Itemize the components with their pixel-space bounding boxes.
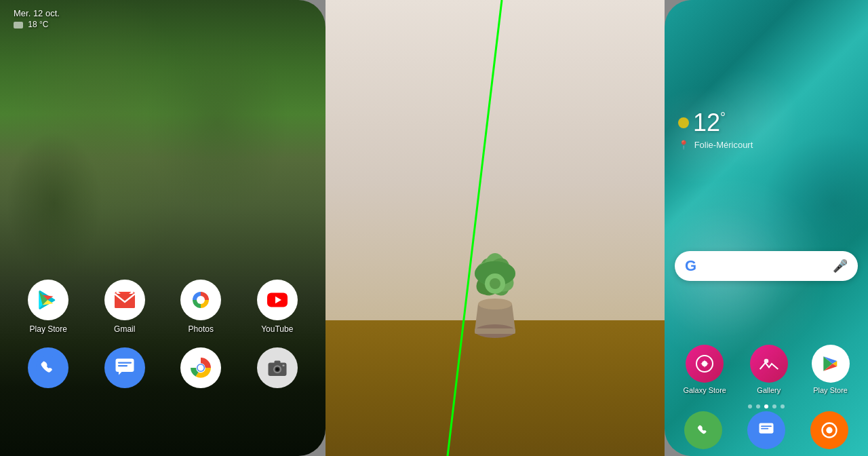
svg-point-30: [702, 361, 707, 366]
svg-point-24: [490, 278, 500, 289]
galaxy-store-icon: [686, 345, 724, 383]
app-label-youtube: YouTube: [261, 324, 293, 334]
dock-left: Play Store: [0, 280, 326, 402]
chrome-icon: [180, 347, 221, 388]
app-label-gallery: Gallery: [757, 386, 781, 394]
phone-right-icon: [684, 411, 722, 449]
app-camera[interactable]: [257, 347, 298, 388]
messages-right-icon: [747, 411, 785, 449]
messages-icon: [104, 347, 145, 388]
status-date: Mer. 12 oct.: [14, 8, 60, 18]
app-label-galaxy-store: Galaxy Store: [683, 386, 726, 394]
photos-icon: [180, 280, 221, 320]
third-right-icon: [810, 411, 848, 449]
svg-point-25: [478, 299, 512, 309]
phone-icon: [28, 347, 68, 388]
app-phone[interactable]: [28, 347, 68, 388]
app-label-playstore-right: Play Store: [813, 386, 848, 394]
svg-rect-14: [274, 361, 280, 364]
status-bar-left: Mer. 12 oct. 18 °C: [14, 8, 312, 29]
app-chrome[interactable]: [180, 347, 221, 388]
app-messages-right[interactable]: [747, 411, 785, 449]
app-gallery[interactable]: Gallery: [750, 345, 788, 394]
app-playstore[interactable]: Play Store: [28, 280, 68, 334]
weather-icon: [678, 117, 689, 128]
app-photos[interactable]: Photos: [180, 280, 221, 334]
app-phone-right[interactable]: [684, 411, 722, 449]
google-logo: G: [685, 257, 696, 275]
plant-pot: [441, 195, 549, 388]
app-gmail[interactable]: Gmail: [104, 280, 145, 334]
middle-section: [326, 0, 665, 456]
app-row-2: [10, 347, 315, 388]
svg-point-13: [276, 368, 279, 371]
app-messages[interactable]: [104, 347, 145, 388]
app-playstore-right[interactable]: Play Store: [812, 345, 850, 394]
main-scene: Mer. 12 oct. 18 °C: [0, 0, 868, 456]
app-third-right[interactable]: [810, 411, 848, 449]
right-phone: 12° 📍 Folie-Méricourt G 🎤: [665, 0, 868, 456]
status-temp: 18 °C: [14, 20, 60, 29]
playstore-right-icon: [812, 345, 850, 383]
svg-point-4: [36, 356, 60, 380]
temp-display: 12°: [693, 109, 726, 137]
svg-point-1: [197, 296, 205, 304]
left-phone: Mer. 12 oct. 18 °C: [0, 0, 326, 456]
right-app-row-1: Galaxy Store Gallery: [671, 345, 861, 394]
app-label-gmail: Gmail: [114, 324, 135, 334]
svg-point-9: [198, 365, 204, 371]
app-galaxy-store[interactable]: Galaxy Store: [683, 345, 726, 394]
gallery-icon: [750, 345, 788, 383]
bottom-row-right: [671, 404, 861, 456]
youtube-icon: [257, 280, 298, 320]
gmail-icon: [104, 280, 145, 320]
app-label-photos: Photos: [189, 324, 214, 334]
playstore-icon: [28, 280, 68, 320]
app-row-1: Play Store: [10, 280, 315, 334]
svg-rect-27: [475, 328, 515, 334]
weather-widget-right: 12° 📍 Folie-Méricourt: [678, 109, 854, 150]
search-bar-right[interactable]: G 🎤: [675, 251, 858, 281]
mic-icon[interactable]: 🎤: [833, 259, 848, 273]
camera-icon: [257, 347, 298, 388]
app-label-playstore: Play Store: [30, 324, 67, 334]
right-phone-section: 12° 📍 Folie-Méricourt G 🎤: [665, 0, 868, 456]
svg-rect-15: [282, 365, 284, 366]
pin-icon: 📍: [678, 140, 689, 150]
location-display: 📍 Folie-Méricourt: [678, 140, 854, 150]
app-youtube[interactable]: YouTube: [257, 280, 298, 334]
left-phone-section: Mer. 12 oct. 18 °C: [0, 0, 326, 456]
svg-point-34: [827, 427, 833, 433]
